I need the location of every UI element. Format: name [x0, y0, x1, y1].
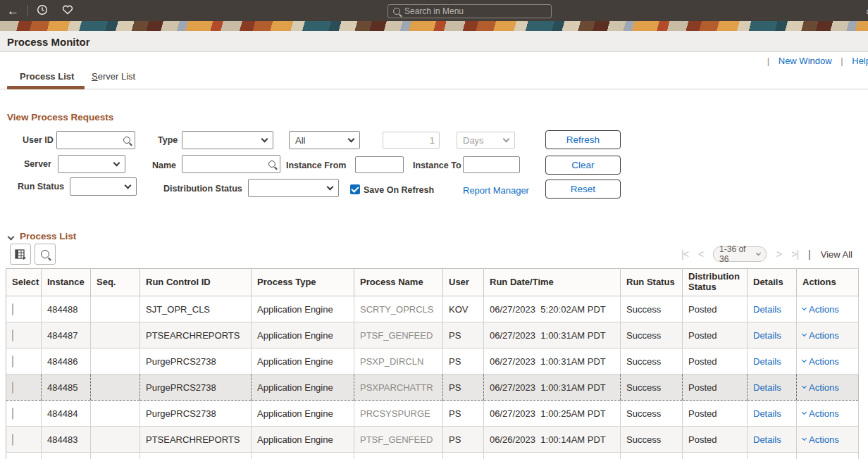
instance-to-label: Instance To — [413, 161, 461, 170]
actions-cell — [797, 453, 859, 459]
next-page-icon[interactable]: > — [776, 249, 781, 260]
instance-cell: 484483 — [42, 427, 91, 453]
process-type-cell: Application Engine — [252, 296, 354, 322]
details-link[interactable]: Details — [753, 408, 781, 419]
user-id-field[interactable] — [56, 131, 135, 149]
table-header-row: Select Instance Seq. Run Control ID Proc… — [6, 269, 859, 296]
actions-link[interactable]: Actions — [802, 330, 852, 341]
links-separator: | — [841, 56, 843, 66]
details-link[interactable]: Details — [753, 434, 781, 445]
links-separator: | — [767, 56, 769, 66]
recent-items-clock-icon[interactable] — [30, 4, 55, 18]
actions-link[interactable]: Actions — [802, 356, 852, 367]
new-window-link[interactable]: New Window — [779, 56, 832, 66]
section-collapse-chevron-icon[interactable] — [8, 230, 13, 242]
process-name-cell: PRCSYSPURGE — [354, 401, 443, 427]
back-icon[interactable]: ← — [0, 5, 26, 17]
col-header-run-status: Run Status — [621, 269, 683, 296]
distribution-status-label: Distribution Status — [163, 184, 242, 194]
run-status-cell: Success — [621, 296, 683, 322]
distribution-status-cell — [683, 453, 748, 459]
details-link[interactable]: Details — [753, 330, 781, 341]
find-in-grid-button[interactable] — [35, 244, 56, 265]
first-page-icon[interactable]: |< — [681, 249, 688, 260]
name-lookup-icon[interactable] — [268, 161, 275, 168]
seq-cell — [91, 322, 140, 348]
row-select-checkbox[interactable] — [12, 382, 13, 394]
server-select[interactable] — [58, 155, 125, 173]
run-datetime-cell: 06/27/2023 1:00:31AM PDT — [484, 375, 621, 401]
select-cell — [6, 322, 42, 348]
instance-cell: 484485 — [42, 375, 91, 401]
row-select-checkbox[interactable] — [12, 434, 13, 446]
table-row: 484483 PTSEARCHREPORTS Application Engin… — [6, 427, 859, 453]
actions-cell: Actions — [797, 348, 859, 375]
topbar-divider — [27, 5, 28, 16]
col-header-seq: Seq. — [91, 269, 140, 296]
details-link[interactable]: Details — [753, 356, 781, 367]
user-cell: PS — [443, 348, 484, 375]
col-header-run-datetime: Run Date/Time — [484, 269, 621, 296]
col-header-distribution-status: Distribution Status — [683, 269, 748, 296]
run-datetime-cell — [484, 453, 621, 459]
details-link[interactable]: Details — [753, 304, 781, 315]
instance-to-field[interactable] — [463, 156, 520, 173]
refresh-button[interactable]: Refresh — [545, 130, 621, 149]
instance-from-field[interactable] — [355, 156, 404, 173]
actions-link[interactable]: Actions — [802, 382, 852, 393]
process-type-cell: Application Engine — [252, 375, 354, 401]
row-select-checkbox[interactable] — [12, 303, 13, 315]
name-field[interactable] — [182, 155, 280, 173]
reset-button[interactable]: Reset — [545, 180, 621, 199]
save-on-refresh-checkbox[interactable] — [350, 184, 360, 194]
search-input[interactable]: Search in Menu — [388, 4, 552, 18]
seq-cell — [91, 401, 140, 427]
favorites-heart-icon[interactable] — [55, 4, 80, 17]
actions-cell: Actions — [797, 375, 859, 401]
row-select-checkbox[interactable] — [12, 356, 13, 367]
run-control-id-cell: PurgePRCS2738 — [140, 348, 252, 375]
chevron-down-icon — [802, 332, 807, 337]
pagination-separator: | — [808, 249, 811, 260]
user-id-label: User ID — [23, 135, 54, 145]
report-manager-link[interactable]: Report Manager — [463, 185, 529, 196]
distribution-status-select[interactable] — [248, 179, 339, 197]
chevron-down-icon — [802, 384, 807, 389]
page-range-select[interactable]: 1-36 of 36 — [713, 246, 767, 262]
user-cell: PS — [443, 375, 484, 401]
type-select[interactable] — [182, 131, 273, 149]
table-row: 484485 PurgePRCS2738 Application Engine … — [6, 375, 859, 401]
actions-link[interactable]: Actions — [802, 304, 852, 315]
select-cell — [6, 427, 42, 453]
run-status-select[interactable] — [70, 177, 137, 196]
run-status-cell — [621, 453, 683, 459]
tab-server-list[interactable]: Server List — [92, 71, 135, 82]
tab-bar: Process List Server List — [0, 69, 868, 89]
run-control-id-cell: PTSEARCHREPORTS — [140, 427, 252, 453]
user-id-lookup-icon[interactable] — [123, 137, 130, 144]
row-select-checkbox[interactable] — [12, 408, 13, 420]
actions-link[interactable]: Actions — [802, 408, 852, 419]
run-status-cell: Success — [621, 401, 683, 427]
tab-process-list[interactable]: Process List — [20, 71, 74, 82]
seq-cell — [91, 296, 140, 322]
details-cell — [748, 453, 797, 459]
chevron-down-icon — [125, 182, 132, 189]
instance-from-label: Instance From — [286, 161, 346, 170]
col-header-run-control-id: Run Control ID — [140, 269, 252, 296]
days-count-field: 1 — [383, 132, 440, 149]
chevron-down-icon — [503, 136, 510, 143]
details-link[interactable]: Details — [753, 382, 781, 393]
last-page-icon[interactable]: >| — [791, 249, 798, 260]
previous-page-icon[interactable]: < — [698, 249, 703, 260]
view-all-link[interactable]: View All — [821, 249, 852, 260]
row-select-checkbox[interactable] — [12, 329, 13, 341]
details-cell: Details — [748, 375, 797, 401]
actions-link[interactable]: Actions — [802, 434, 852, 445]
help-link[interactable]: Help — [852, 56, 868, 66]
actions-cell: Actions — [797, 427, 859, 453]
clear-button[interactable]: Clear — [545, 156, 621, 175]
last-select[interactable]: All — [289, 131, 360, 149]
grid-action-menu-button[interactable] — [10, 244, 31, 265]
col-header-process-type: Process Type — [252, 269, 354, 296]
